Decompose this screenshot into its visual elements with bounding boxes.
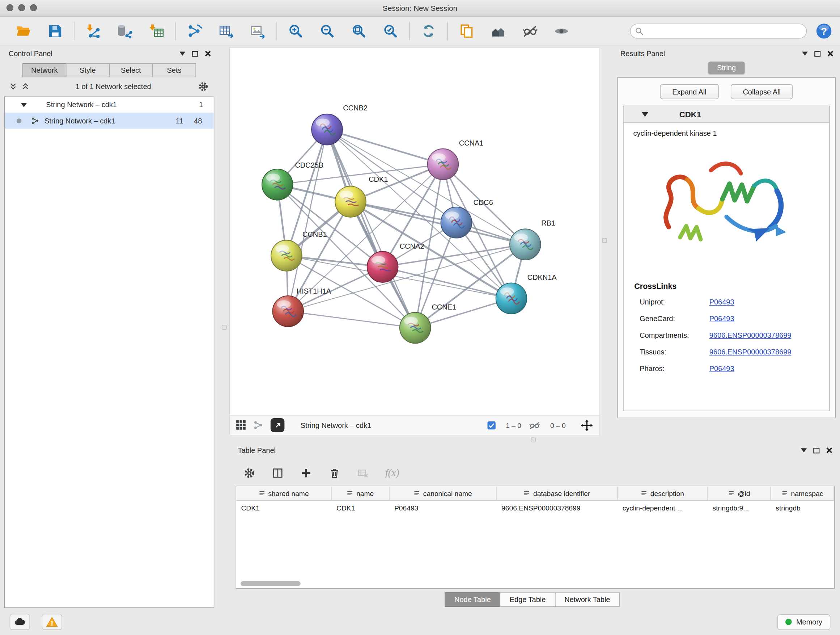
network-analyzer-button[interactable] [486,20,510,42]
column-header[interactable]: namespac [771,486,834,500]
table-cell[interactable]: cyclin-dependent ... [617,501,707,515]
network-graph-canvas[interactable]: CCNB2CCNA1CDC25BCDK1CDC6RB1CCNB1CCNA2CDK… [230,48,600,415]
table-cell[interactable]: 9606.ENSP00000378699 [497,501,618,515]
network-edge[interactable] [327,130,525,244]
panel-close-icon[interactable] [827,50,834,57]
tab-network-table[interactable]: Network Table [554,592,620,607]
show-columns-icon[interactable] [272,467,284,479]
network-row-selected[interactable]: String Network – cdk1 11 48 [5,112,214,128]
table-cell[interactable]: CDK1 [332,501,390,515]
zoom-out-button[interactable] [316,20,339,42]
table-cell[interactable]: P06493 [390,501,497,515]
panel-float-icon[interactable] [814,51,821,57]
splitter-handle[interactable] [222,325,226,329]
apply-layout-button[interactable] [417,20,440,42]
network-node-cdkn1a[interactable] [496,283,527,314]
new-network-button[interactable] [183,20,206,42]
table-row[interactable]: CDK1 CDK1 P06493 9606.ENSP00000378699 cy… [236,501,834,515]
horizontal-scrollbar-thumb[interactable] [240,581,301,586]
copy-documents-button[interactable] [455,20,478,42]
crosslink-tissues-link[interactable]: 9606.ENSP00000378699 [709,348,791,356]
network-edge[interactable] [327,130,443,165]
import-network-database-button[interactable] [113,20,136,42]
hide-details-button[interactable] [518,20,542,42]
zoom-selected-button[interactable] [379,20,402,42]
network-share-icon[interactable] [253,420,263,430]
column-header[interactable]: shared name [236,486,332,500]
panel-menu-caret-icon[interactable] [801,448,807,453]
column-header[interactable]: description [617,486,707,500]
network-edge[interactable] [288,311,415,328]
column-header[interactable]: @id [707,486,771,500]
table-cell[interactable]: stringdb [771,501,834,515]
network-collection-row[interactable]: String Network – cdk1 1 [5,97,214,112]
import-network-file-button[interactable] [81,20,105,42]
search-input[interactable] [630,24,807,38]
hidden-glasses-icon[interactable] [529,421,541,430]
network-node-cdc6[interactable] [441,207,472,238]
collapse-all-icon[interactable] [10,82,17,90]
panel-float-icon[interactable] [813,448,820,453]
network-node-ccna2[interactable] [367,251,398,282]
splitter-handle[interactable] [531,437,536,442]
node-details-header[interactable]: CDK1 [624,106,829,123]
network-node-hist1h1a[interactable] [272,296,303,327]
network-edge[interactable] [288,130,327,311]
entry-caret-icon[interactable] [642,112,648,117]
pan-crosshair-icon[interactable] [581,419,593,431]
expand-all-button[interactable]: Expand All [660,84,719,99]
network-edge[interactable] [327,130,415,328]
network-node-ccna1[interactable] [428,149,459,180]
network-node-ccne1[interactable] [400,312,431,344]
window-zoom-button[interactable] [30,4,37,11]
memory-button[interactable]: Memory [777,614,830,630]
tree-caret-icon[interactable] [21,103,27,107]
open-session-button[interactable] [12,20,35,42]
crosslink-compartments-link[interactable]: 9606.ENSP00000378699 [709,331,791,339]
network-node-ccnb2[interactable] [311,114,343,145]
expand-all-icon[interactable] [22,82,29,90]
help-button[interactable]: ? [815,22,832,40]
panel-menu-caret-icon[interactable] [802,51,808,56]
crosslink-uniprot-link[interactable]: P06493 [709,298,734,306]
collapse-all-button[interactable]: Collapse All [730,84,793,99]
table-settings-gear-icon[interactable] [243,467,256,479]
add-column-plus-icon[interactable] [300,467,312,479]
show-details-button[interactable] [549,20,573,42]
open-in-new-window-button[interactable] [271,418,285,432]
selected-checkbox-icon[interactable] [487,421,496,430]
tab-style[interactable]: Style [66,63,110,78]
column-header[interactable]: canonical name [390,486,497,500]
zoom-in-button[interactable] [284,20,308,42]
window-close-button[interactable] [6,4,13,11]
tab-network[interactable]: Network [22,63,66,78]
function-builder-button[interactable]: f(x) [385,467,399,479]
column-header[interactable]: database identifier [497,486,618,500]
network-node-rb1[interactable] [510,229,541,260]
panel-float-icon[interactable] [192,51,198,57]
zoom-fit-button[interactable] [347,20,371,42]
tab-sets[interactable]: Sets [152,63,196,78]
panel-close-icon[interactable] [826,447,833,454]
network-node-cdc25b[interactable] [262,169,293,200]
network-node-ccnb1[interactable] [271,240,302,271]
new-table-button[interactable] [214,20,238,42]
table-cell[interactable]: stringdb:9... [707,501,771,515]
import-table-button[interactable] [145,20,168,42]
panel-close-icon[interactable] [205,50,211,57]
delete-trash-icon[interactable] [328,467,341,479]
tab-select[interactable]: Select [109,63,153,78]
column-header[interactable]: name [332,486,390,500]
crosslink-genecard-link[interactable]: P06493 [709,315,734,323]
cloud-services-button[interactable] [10,614,30,630]
crosslink-pharos-link[interactable]: P06493 [709,364,734,372]
save-session-button[interactable] [43,20,67,42]
window-minimize-button[interactable] [18,4,25,11]
warnings-button[interactable] [42,614,62,630]
network-edge[interactable] [351,202,525,244]
tab-edge-table[interactable]: Edge Table [500,592,555,607]
gear-icon[interactable] [197,81,209,92]
tab-node-table[interactable]: Node Table [445,592,500,607]
panel-menu-caret-icon[interactable] [180,51,185,56]
export-image-button[interactable] [246,20,270,42]
